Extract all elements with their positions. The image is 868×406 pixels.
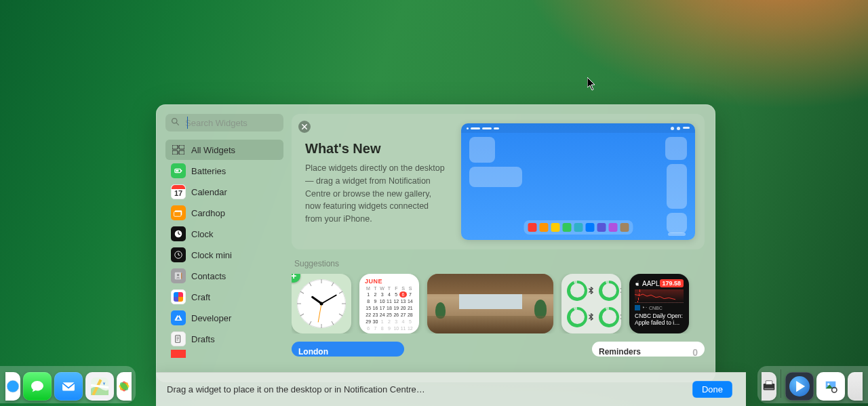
dock-app-mail[interactable] — [54, 372, 83, 401]
close-button[interactable] — [298, 121, 311, 133]
stock-news-source: CNBC — [649, 306, 663, 310]
sidebar-item-label: Clock — [191, 229, 214, 239]
sidebar-item-label: Clock mini — [191, 250, 232, 260]
sidebar-item-label: Developer — [191, 313, 231, 323]
text-caret — [187, 117, 188, 129]
svg-rect-4 — [172, 150, 178, 155]
calendar-icon: 17 — [171, 184, 186, 199]
clock-face-icon — [297, 279, 346, 328]
search-field[interactable] — [165, 114, 283, 131]
dock-app[interactable] — [762, 372, 776, 401]
svg-point-18 — [177, 274, 180, 277]
calendar-widget[interactable]: JUNE MTWTFSS 123456789101112131415161718… — [359, 274, 419, 333]
contacts-icon — [171, 268, 186, 283]
svg-rect-2 — [172, 145, 178, 149]
sidebar-item-label: Contacts — [191, 271, 226, 281]
svg-rect-40 — [764, 388, 774, 389]
bluetooth-icon — [619, 313, 621, 321]
svg-rect-31 — [62, 382, 75, 390]
developer-icon — [171, 310, 186, 325]
widget-gallery-main: What's New Place widgets directly on the… — [292, 104, 715, 382]
dock-app-photos[interactable] — [117, 372, 132, 401]
sidebar-item-partial[interactable] — [165, 350, 283, 358]
suggested-widgets-row: + JUNE MTWTFSS 1234567891011121314151617… — [292, 274, 705, 333]
batteries-icon — [171, 163, 186, 178]
stocks-widget[interactable]: AAPL 179.58 ‣⋅CNBC CNBC Daily Open: Appl… — [629, 274, 689, 333]
svg-rect-10 — [174, 211, 181, 216]
widget-gallery-popover: All Widgets Batteries 17 Calendar Cardho… — [156, 104, 715, 382]
dock-separator — [781, 369, 781, 398]
sidebar-item-label: Calendar — [191, 187, 227, 197]
calendar-month-label: JUNE — [365, 278, 414, 285]
all-widgets-icon — [171, 142, 186, 157]
sidebar-item-calendar[interactable]: 17 Calendar — [165, 182, 283, 202]
svg-rect-3 — [179, 145, 184, 149]
whats-new-preview — [461, 123, 695, 240]
stock-news-headline: CNBC Daily Open: Apple failed to i… — [635, 312, 684, 326]
svg-point-44 — [827, 383, 829, 385]
svg-marker-41 — [796, 381, 805, 392]
dock-app-safari[interactable] — [5, 372, 20, 401]
weather-city: London — [298, 347, 397, 357]
apple-logo-icon — [635, 281, 640, 286]
done-button[interactable]: Done — [692, 381, 732, 398]
sidebar-item-clock-mini[interactable]: Clock mini — [165, 245, 283, 265]
stock-symbol: AAPL — [642, 280, 660, 287]
dock-app-preview[interactable] — [816, 372, 845, 401]
bluetooth-icon — [587, 313, 595, 321]
search-input[interactable] — [184, 117, 300, 129]
svg-rect-19 — [181, 273, 182, 279]
app-icon — [171, 350, 186, 358]
drafts-icon — [171, 331, 186, 346]
widget-category-list: All Widgets Batteries 17 Calendar Cardho… — [165, 140, 283, 358]
sidebar-item-craft[interactable]: Craft — [165, 287, 283, 307]
bottom-bar: Drag a widget to place it on the desktop… — [156, 372, 746, 406]
photos-widget[interactable] — [427, 274, 553, 333]
svg-rect-20 — [175, 320, 182, 321]
dock-app-messages[interactable] — [23, 372, 52, 401]
whats-new-card: What's New Place widgets directly on the… — [292, 114, 705, 249]
weather-widget[interactable]: London — [292, 342, 404, 357]
bluetooth-icon — [587, 287, 595, 294]
reminders-title: Reminders — [599, 347, 641, 351]
dock-app-maps[interactable] — [85, 372, 114, 401]
sidebar-item-cardhop[interactable]: Cardhop — [165, 203, 283, 223]
bottom-hint: Drag a widget to place it on the desktop… — [167, 384, 425, 394]
craft-icon — [171, 289, 186, 304]
search-icon — [171, 117, 180, 128]
widget-gallery-sidebar: All Widgets Batteries 17 Calendar Cardho… — [156, 104, 292, 382]
sidebar-item-contacts[interactable]: Contacts — [165, 266, 283, 286]
svg-rect-5 — [179, 150, 184, 155]
clock-widget[interactable]: + — [292, 274, 351, 333]
mouse-cursor — [587, 77, 597, 91]
sidebar-item-clock[interactable]: Clock — [165, 224, 283, 244]
sidebar-item-drafts[interactable]: Drafts — [165, 329, 283, 349]
dock — [0, 366, 136, 403]
stock-price: 179.58 — [660, 279, 684, 287]
sidebar-item-developer[interactable]: Developer — [165, 308, 283, 328]
sidebar-item-label: Craft — [191, 292, 210, 302]
sidebar-item-label: Cardhop — [191, 208, 225, 218]
suggestions-label: Suggestions — [294, 259, 705, 268]
cardhop-icon — [171, 205, 186, 220]
svg-rect-39 — [766, 381, 772, 385]
whats-new-body: Place widgets directly on the desktop — … — [305, 162, 448, 226]
sidebar-item-label: Batteries — [191, 166, 226, 176]
reminders-count: 0 — [692, 347, 698, 351]
sidebar-item-label: Drafts — [191, 334, 215, 344]
svg-rect-8 — [176, 170, 178, 172]
clock-icon — [171, 226, 186, 241]
sidebar-item-batteries[interactable]: Batteries — [165, 161, 283, 181]
batteries-widget[interactable] — [561, 274, 621, 333]
dock — [757, 366, 868, 403]
clock-mini-icon — [171, 247, 186, 262]
sidebar-item-all-widgets[interactable]: All Widgets — [165, 140, 283, 160]
bluetooth-icon — [619, 287, 621, 294]
svg-rect-7 — [181, 170, 182, 172]
sidebar-item-label: All Widgets — [191, 145, 235, 155]
dock-app[interactable] — [848, 372, 863, 401]
svg-line-1 — [176, 123, 178, 125]
dock-app-quicktime[interactable] — [785, 372, 814, 401]
whats-new-title: What's New — [305, 141, 448, 157]
reminders-widget[interactable]: Reminders 0 — [592, 342, 705, 357]
